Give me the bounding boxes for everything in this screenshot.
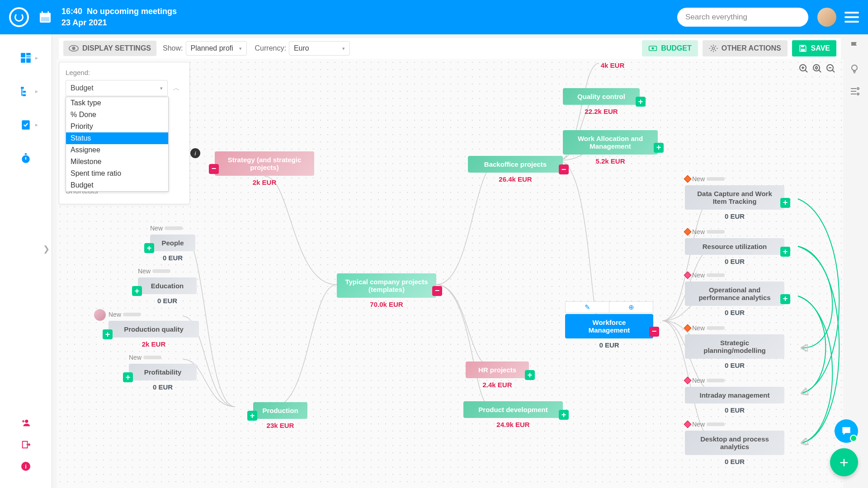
sidebar-info[interactable]: i <box>10 457 42 475</box>
info-icon[interactable]: i <box>190 148 200 158</box>
status-new: New <box>129 354 161 361</box>
expand-icon[interactable]: + <box>132 286 142 296</box>
status-new: New <box>108 311 141 318</box>
edit-node-icon[interactable]: ✎ <box>566 302 609 313</box>
node-partial-top[interactable]: 4k EUR <box>563 59 662 69</box>
person-add-icon <box>21 418 31 428</box>
legend-option[interactable]: Status <box>66 132 168 144</box>
flag-icon[interactable] <box>849 41 860 52</box>
legend-option[interactable]: Milestone <box>66 156 168 168</box>
collapse-icon[interactable]: − <box>432 286 442 296</box>
node-desktop-analytics[interactable]: New Desktop and process analytics 0 EUR <box>685 431 784 465</box>
svg-rect-11 <box>23 91 26 93</box>
zoom-in-icon[interactable] <box>798 63 809 74</box>
zoom-fit-icon[interactable] <box>812 63 823 74</box>
node-operational-analytics[interactable]: New Operational and performance analytic… <box>685 282 784 316</box>
show-select[interactable]: Planned profi▾ <box>186 41 247 56</box>
node-backoffice[interactable]: Backoffice projects − 26.4k EUR <box>468 156 563 183</box>
expand-icon[interactable]: + <box>559 410 569 420</box>
svg-rect-15 <box>25 153 27 155</box>
legend-option[interactable]: Task type <box>66 97 168 109</box>
expand-icon[interactable]: + <box>654 143 664 153</box>
svg-rect-8 <box>21 58 25 63</box>
legend-collapse-icon[interactable]: ︿ <box>170 81 183 95</box>
save-icon <box>798 44 807 53</box>
hamburger-menu-icon[interactable] <box>844 12 859 23</box>
sidebar-expand-icon[interactable]: ❯ <box>43 244 50 254</box>
user-avatar[interactable] <box>817 8 836 27</box>
left-sidebar: ▸ ▸ ▸ i <box>0 34 52 488</box>
legend-title: Legend: <box>66 69 183 76</box>
node-work-allocation[interactable]: Work Allocation and Management + 5.2k EU… <box>563 130 658 165</box>
node-data-capture[interactable]: New Data Capture and Work Item Tracking … <box>685 185 784 220</box>
node-strategy[interactable]: Strategy (and strategic projects) − 2k E… <box>215 151 314 186</box>
right-icon-rail <box>845 41 863 97</box>
display-settings-button[interactable]: DISPLAY SETTINGS <box>63 41 156 56</box>
status-new: New <box>685 324 725 332</box>
save-button[interactable]: SAVE <box>792 40 836 56</box>
header-time: 16:40 <box>61 7 82 16</box>
node-product-dev[interactable]: Product development + 24.9k EUR <box>463 401 563 428</box>
node-education[interactable]: New Education + 0 EUR <box>138 277 197 305</box>
node-people[interactable]: New People + 0 EUR <box>150 235 195 262</box>
node-strategic-planning[interactable]: New Strategic planning/modelling 0 EUR <box>685 334 784 369</box>
expand-icon[interactable]: + <box>247 411 257 421</box>
sidebar-dashboard[interactable]: ▸ <box>10 48 42 68</box>
svg-rect-2 <box>42 11 43 14</box>
collapse-icon[interactable]: − <box>649 327 659 337</box>
node-hr[interactable]: HR projects + 2.4k EUR <box>466 361 529 389</box>
sidebar-logout[interactable] <box>10 436 42 454</box>
budget-button[interactable]: BUDGET <box>642 40 698 56</box>
expand-icon[interactable]: + <box>780 247 790 257</box>
sidebar-tasks[interactable]: ▸ <box>10 115 42 135</box>
other-actions-button[interactable]: OTHER ACTIONS <box>703 40 788 56</box>
currency-select[interactable]: Euro▾ <box>289 41 350 56</box>
svg-point-26 <box>857 88 859 89</box>
list-settings-icon[interactable] <box>849 86 860 97</box>
eye-icon <box>69 45 79 52</box>
legend-option[interactable]: Assignee <box>66 144 168 156</box>
legend-option[interactable]: Budget <box>66 179 168 191</box>
sidebar-timer[interactable] <box>10 148 42 168</box>
node-quality-control[interactable]: Quality control + 22.2k EUR <box>563 88 640 115</box>
collapse-icon[interactable]: − <box>209 164 219 174</box>
expand-icon[interactable]: + <box>780 198 790 208</box>
app-logo[interactable] <box>9 7 29 27</box>
expand-icon[interactable]: + <box>780 294 790 304</box>
assignee-avatar <box>94 309 106 321</box>
node-workforce-management[interactable]: ✎ ⊕ Workforce Management − 0 EUR <box>565 314 653 349</box>
expand-icon[interactable]: + <box>123 372 133 382</box>
node-profitability[interactable]: New Profitability + 0 EUR <box>129 364 197 391</box>
chat-fab[interactable] <box>835 419 858 443</box>
collapse-icon[interactable]: − <box>559 164 569 174</box>
zoom-out-icon[interactable] <box>826 63 836 74</box>
add-fab[interactable]: + <box>830 448 858 476</box>
legend-option[interactable]: Priority <box>66 121 168 132</box>
svg-rect-10 <box>21 87 24 89</box>
logout-icon <box>21 440 31 450</box>
sidebar-hierarchy[interactable]: ▸ <box>10 81 42 101</box>
show-label: Show: <box>163 44 183 52</box>
legend-select[interactable]: Budget▾ <box>66 80 168 96</box>
search-input[interactable]: Search everything <box>677 8 808 27</box>
expand-icon[interactable]: + <box>525 370 535 380</box>
expand-icon[interactable]: + <box>103 329 113 339</box>
node-center[interactable]: Typical company projects (templates) − 7… <box>337 273 436 308</box>
legend-option[interactable]: % Done <box>66 109 168 121</box>
expand-icon[interactable]: + <box>144 243 154 253</box>
svg-rect-5 <box>21 53 25 57</box>
node-production-quality[interactable]: New Production quality + 2k EUR <box>108 321 199 348</box>
svg-point-29 <box>813 65 820 71</box>
clipboard-check-icon <box>20 119 32 131</box>
node-intraday-management[interactable]: New Intraday management 0 EUR <box>685 387 784 414</box>
calendar-icon[interactable] <box>38 10 52 24</box>
sidebar-add-user[interactable] <box>10 414 42 432</box>
svg-rect-12 <box>23 94 26 96</box>
chat-icon <box>840 425 852 437</box>
node-production[interactable]: Production + 23k EUR <box>253 402 307 429</box>
expand-icon[interactable]: + <box>636 97 646 107</box>
node-resource-utilization[interactable]: New Resource utilization + 0 EUR <box>685 238 784 265</box>
add-child-icon[interactable]: ⊕ <box>609 302 653 313</box>
legend-option[interactable]: Spent time ratio <box>66 168 168 179</box>
lightbulb-icon[interactable] <box>849 63 860 74</box>
